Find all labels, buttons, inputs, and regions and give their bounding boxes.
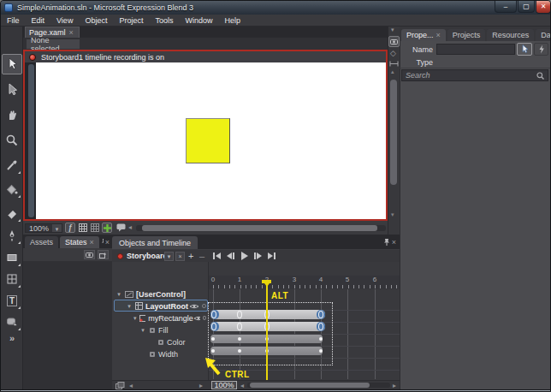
- camera-icon: [390, 39, 398, 45]
- tree-row-color[interactable]: Color: [112, 336, 209, 347]
- tree-row-myrectangle[interactable]: ▾ myRectangle: [112, 312, 209, 324]
- title-bar[interactable]: SimpleAnimation.sln - Microsoft Expressi…: [1, 1, 551, 15]
- add-storyboard-button[interactable]: +: [188, 251, 193, 261]
- timeline-zoom-select[interactable]: 100%: [211, 381, 237, 389]
- paint-bucket-tool[interactable]: [2, 179, 22, 199]
- go-to-end-button[interactable]: [266, 252, 277, 260]
- chevron-down-icon[interactable]: ▾: [391, 27, 394, 33]
- snap-to-snaplines-button[interactable]: [102, 223, 112, 233]
- remove-storyboard-button[interactable]: –: [199, 251, 204, 261]
- minimize-button[interactable]: –: [495, 1, 517, 13]
- diamond-icon[interactable]: ◇: [390, 49, 396, 57]
- expander-icon[interactable]: ▾: [139, 327, 146, 334]
- annotations-button[interactable]: [116, 223, 126, 233]
- ruler-icon[interactable]: [389, 61, 399, 67]
- expander-icon[interactable]: ▾: [116, 291, 122, 298]
- close-button[interactable]: ✕: [536, 1, 551, 14]
- scroll-right-icon[interactable]: ▸: [199, 383, 203, 389]
- scroll-left-icon[interactable]: ◂: [129, 383, 133, 389]
- scroll-up-icon[interactable]: ▴: [391, 68, 394, 75]
- artboard-hscrollbar-thumb[interactable]: [142, 225, 377, 231]
- advanced-options-dot[interactable]: [203, 316, 206, 320]
- artboard-vscrollbar-thumb[interactable]: [390, 80, 397, 185]
- menu-help[interactable]: Help: [218, 16, 246, 25]
- eye-icon[interactable]: [193, 315, 200, 322]
- eyedropper-tool[interactable]: [2, 155, 22, 175]
- menu-window[interactable]: Window: [179, 16, 218, 25]
- add-state-group-button[interactable]: [98, 250, 109, 259]
- scroll-left-icon[interactable]: ◂: [128, 224, 132, 231]
- storyboard-picker-button[interactable]: ▾: [164, 252, 174, 261]
- storyboard-close-button[interactable]: ×: [175, 252, 185, 261]
- advanced-options-dot[interactable]: [202, 304, 206, 308]
- snapshot-button[interactable]: [388, 36, 400, 47]
- menu-edit[interactable]: Edit: [26, 16, 51, 25]
- states-tab-label: States: [65, 238, 87, 246]
- scroll-down-icon[interactable]: ▾: [391, 211, 394, 218]
- menu-view[interactable]: View: [50, 16, 79, 25]
- tab-data[interactable]: Data: [536, 29, 551, 41]
- tree-row-usercontrol[interactable]: ▾ [UserControl]: [112, 288, 209, 300]
- menu-file[interactable]: File: [1, 16, 26, 25]
- zoom-tool[interactable]: [2, 130, 22, 151]
- expander-icon[interactable]: ▾: [133, 315, 137, 322]
- name-input[interactable]: [436, 44, 515, 55]
- previous-frame-button[interactable]: [225, 252, 236, 260]
- tree-row-width[interactable]: Width: [112, 348, 209, 359]
- selection-tool[interactable]: [2, 54, 22, 74]
- tab-assets[interactable]: Assets: [25, 236, 58, 248]
- eye-icon[interactable]: [189, 303, 199, 310]
- timeline-hscrollbar-thumb[interactable]: [250, 383, 370, 388]
- pin-icon[interactable]: [101, 238, 104, 246]
- effects-toggle-button[interactable]: ƒ: [65, 223, 75, 233]
- grid-layout-tool[interactable]: [2, 269, 22, 289]
- play-button[interactable]: [239, 252, 250, 260]
- expander-icon[interactable]: ▾: [126, 303, 133, 310]
- scroll-left-icon[interactable]: ◂: [240, 383, 244, 389]
- state-recording-button[interactable]: [84, 250, 95, 259]
- snap-to-grid-button[interactable]: [90, 223, 100, 233]
- pen-tool[interactable]: [2, 225, 22, 246]
- canvas-vertical-scrollbar[interactable]: [28, 64, 34, 217]
- window-title: SimpleAnimation.sln - Microsoft Expressi…: [17, 3, 193, 12]
- tab-projects[interactable]: Projects: [447, 29, 486, 41]
- tab-objects-timeline[interactable]: Objects and Timeline: [112, 236, 198, 249]
- text-tool[interactable]: T: [2, 290, 22, 311]
- playhead-line[interactable]: [266, 281, 268, 380]
- pin-icon[interactable]: [383, 238, 390, 246]
- tab-properties[interactable]: Prope... ×: [401, 29, 446, 41]
- next-frame-button[interactable]: [252, 252, 264, 260]
- tab-close-icon[interactable]: ×: [90, 238, 94, 246]
- flyout-indicator: [18, 219, 21, 222]
- eraser-tool[interactable]: [2, 203, 22, 223]
- tree-label: myRectangle: [148, 314, 193, 323]
- properties-view-button[interactable]: [517, 43, 532, 56]
- speech-bubble-icon: [116, 223, 126, 232]
- tab-close-icon[interactable]: ×: [436, 31, 441, 39]
- go-to-start-button[interactable]: [211, 252, 222, 260]
- pan-tool[interactable]: [2, 105, 22, 126]
- menu-tools[interactable]: Tools: [149, 16, 179, 25]
- playhead-handle[interactable]: [262, 280, 271, 283]
- direct-selection-tool[interactable]: [2, 80, 22, 100]
- storyboard-options-icon[interactable]: [116, 382, 125, 389]
- show-grid-button[interactable]: [78, 223, 88, 233]
- panel-close-icon[interactable]: ×: [105, 238, 110, 246]
- tree-row-layoutroot[interactable]: ▾ LayoutRoot: [112, 300, 209, 312]
- menu-object[interactable]: Object: [79, 16, 113, 25]
- events-view-button[interactable]: [534, 43, 548, 56]
- tab-states[interactable]: States ×: [60, 236, 99, 248]
- snap-grid-icon: [91, 223, 99, 232]
- chevron-down-icon[interactable]: ▾: [52, 224, 62, 232]
- panel-close-icon[interactable]: ×: [392, 238, 396, 246]
- search-input[interactable]: [401, 69, 548, 81]
- artboard-zoom-select[interactable]: 100% ▾: [25, 223, 62, 233]
- tree-row-fill[interactable]: ▾ Fill: [112, 324, 209, 336]
- menu-project[interactable]: Project: [113, 16, 149, 25]
- scroll-right-icon[interactable]: ▸: [393, 383, 396, 389]
- assets-library-button[interactable]: »: [2, 328, 22, 348]
- myrectangle-shape[interactable]: [186, 118, 230, 163]
- tab-resources[interactable]: Resources: [487, 29, 534, 41]
- maximize-button[interactable]: ▢: [518, 1, 535, 13]
- rectangle-tool[interactable]: [2, 247, 22, 268]
